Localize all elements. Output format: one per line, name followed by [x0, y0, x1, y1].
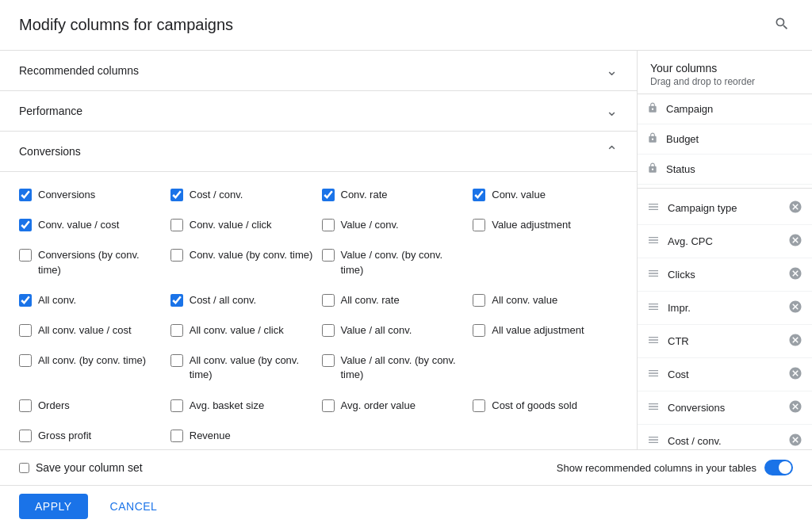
checkbox-label[interactable]: All conv. value / cost: [38, 323, 132, 338]
draggable-column-item[interactable]: Campaign type: [638, 192, 812, 225]
conversion-column-checkbox[interactable]: [170, 324, 183, 337]
checkbox-label[interactable]: All conv. value: [492, 293, 557, 307]
list-item: Cost / all conv.: [170, 290, 316, 311]
checkbox-label[interactable]: Value / conv.: [341, 218, 399, 232]
checkbox-label[interactable]: Orders: [38, 399, 70, 413]
remove-column-button[interactable]: [788, 433, 802, 449]
conversion-column-checkbox[interactable]: [19, 249, 32, 262]
draggable-column-name: Impr.: [668, 302, 788, 314]
conversion-column-checkbox[interactable]: [473, 294, 485, 307]
remove-column-button[interactable]: [788, 200, 802, 216]
save-column-label[interactable]: Save your column set: [36, 461, 143, 474]
conversion-column-checkbox[interactable]: [19, 324, 32, 337]
checkbox-label[interactable]: Value adjustment: [492, 218, 571, 232]
list-item: Orders: [19, 395, 164, 416]
draggable-column-name: CTR: [668, 335, 788, 347]
draggable-column-item[interactable]: Avg. CPC: [638, 225, 812, 258]
conversion-column-checkbox[interactable]: [322, 294, 335, 307]
conversion-column-checkbox[interactable]: [322, 249, 335, 262]
checkbox-label[interactable]: Value / all conv.: [341, 323, 412, 338]
conversion-column-checkbox[interactable]: [19, 354, 32, 367]
save-column-checkbox[interactable]: [19, 463, 29, 473]
list-item: Avg. basket size: [170, 395, 316, 416]
conversion-column-checkbox[interactable]: [19, 430, 32, 442]
checkbox-label[interactable]: All conv. rate: [341, 293, 400, 307]
checkbox-label[interactable]: Cost of goods sold: [492, 399, 577, 413]
drag-handle-icon[interactable]: [647, 300, 660, 316]
checkbox-label[interactable]: Value / conv. (by conv. time): [341, 248, 467, 277]
cancel-button[interactable]: CANCEL: [94, 494, 174, 519]
conversion-column-checkbox[interactable]: [473, 219, 485, 231]
checkbox-label[interactable]: Conv. value / click: [190, 218, 272, 232]
conversion-column-checkbox[interactable]: [19, 219, 32, 231]
remove-column-button[interactable]: [788, 300, 802, 316]
remove-column-button[interactable]: [788, 333, 802, 349]
draggable-column-item[interactable]: Impr.: [638, 292, 812, 325]
conversion-column-checkbox[interactable]: [322, 399, 335, 412]
conversion-column-checkbox[interactable]: [473, 399, 485, 412]
checkbox-label[interactable]: Conv. value / cost: [38, 218, 119, 232]
conversion-column-checkbox[interactable]: [19, 294, 32, 307]
checkbox-label[interactable]: Conv. value: [492, 188, 546, 202]
conversion-column-checkbox[interactable]: [170, 219, 183, 231]
draggable-column-item[interactable]: Cost / conv.: [638, 425, 812, 449]
conversion-column-checkbox[interactable]: [170, 430, 183, 442]
conversion-column-checkbox[interactable]: [170, 249, 183, 262]
checkbox-label[interactable]: Avg. basket size: [190, 399, 264, 413]
checkbox-label[interactable]: Conversions: [38, 188, 95, 202]
draggable-column-item[interactable]: Clicks: [638, 258, 812, 292]
show-recommended-toggle[interactable]: [764, 460, 793, 475]
remove-column-button[interactable]: [788, 233, 802, 250]
conversion-column-checkbox[interactable]: [170, 294, 183, 307]
checkbox-label[interactable]: Gross profit: [38, 429, 91, 443]
checkbox-label[interactable]: Conv. value (by conv. time): [190, 248, 313, 262]
checkbox-label[interactable]: All conv.: [38, 293, 76, 307]
conversion-column-checkbox[interactable]: [170, 354, 183, 367]
checkbox-label[interactable]: Cost / all conv.: [190, 293, 256, 307]
apply-button[interactable]: APPLY: [19, 494, 88, 519]
conversion-column-checkbox[interactable]: [322, 219, 335, 231]
checkbox-label[interactable]: All value adjustment: [492, 323, 584, 338]
checkbox-label[interactable]: Conversions (by conv. time): [38, 248, 164, 277]
conversion-column-checkbox[interactable]: [322, 324, 335, 337]
draggable-column-item[interactable]: CTR: [638, 325, 812, 358]
draggable-column-item[interactable]: Conversions: [638, 391, 812, 425]
checkbox-label[interactable]: Avg. order value: [341, 399, 416, 413]
search-button[interactable]: [771, 13, 793, 37]
remove-column-button[interactable]: [788, 399, 802, 416]
drag-handle-icon[interactable]: [647, 200, 660, 216]
right-panel-header: Your columns Drag and drop to reorder: [638, 51, 812, 94]
checkbox-label[interactable]: Revenue: [190, 429, 231, 443]
list-item: All conv. value / cost: [19, 320, 164, 341]
recommended-columns-section-header[interactable]: Recommended columns ⌄: [0, 51, 637, 91]
checkbox-label[interactable]: All conv. (by conv. time): [38, 353, 146, 368]
drag-handle-icon[interactable]: [647, 234, 660, 250]
drag-handle-icon[interactable]: [647, 334, 660, 349]
checkbox-label[interactable]: Value / all conv. (by conv. time): [341, 353, 467, 382]
conversion-column-checkbox[interactable]: [170, 189, 183, 201]
drag-handle-icon[interactable]: [647, 267, 660, 283]
remove-column-button[interactable]: [788, 266, 802, 283]
drag-handle-icon[interactable]: [647, 400, 660, 416]
conversion-column-checkbox[interactable]: [19, 399, 32, 412]
conversion-column-checkbox[interactable]: [473, 324, 485, 337]
recommended-section-title: Recommended columns: [19, 64, 139, 77]
conversion-column-checkbox[interactable]: [170, 399, 183, 412]
checkbox-label[interactable]: Cost / conv.: [190, 188, 243, 202]
conversion-column-checkbox[interactable]: [473, 189, 485, 201]
checkbox-label[interactable]: All conv. value (by conv. time): [190, 353, 316, 382]
checkbox-label[interactable]: All conv. value / click: [190, 323, 284, 338]
drag-handle-icon[interactable]: [647, 433, 660, 449]
locked-column-name: Budget: [666, 133, 802, 145]
conversion-column-checkbox[interactable]: [322, 189, 335, 201]
conversion-column-checkbox[interactable]: [322, 354, 335, 367]
draggable-column-name: Conversions: [668, 402, 788, 414]
checkbox-label[interactable]: Conv. rate: [341, 188, 388, 202]
conversions-section-header[interactable]: Conversions ⌃: [0, 132, 637, 172]
remove-column-button[interactable]: [788, 366, 802, 383]
conversion-column-checkbox[interactable]: [19, 189, 32, 201]
conversions-chevron-icon: ⌃: [606, 143, 618, 160]
performance-section-header[interactable]: Performance ⌄: [0, 91, 637, 132]
draggable-column-item[interactable]: Cost: [638, 358, 812, 391]
drag-handle-icon[interactable]: [647, 367, 660, 383]
